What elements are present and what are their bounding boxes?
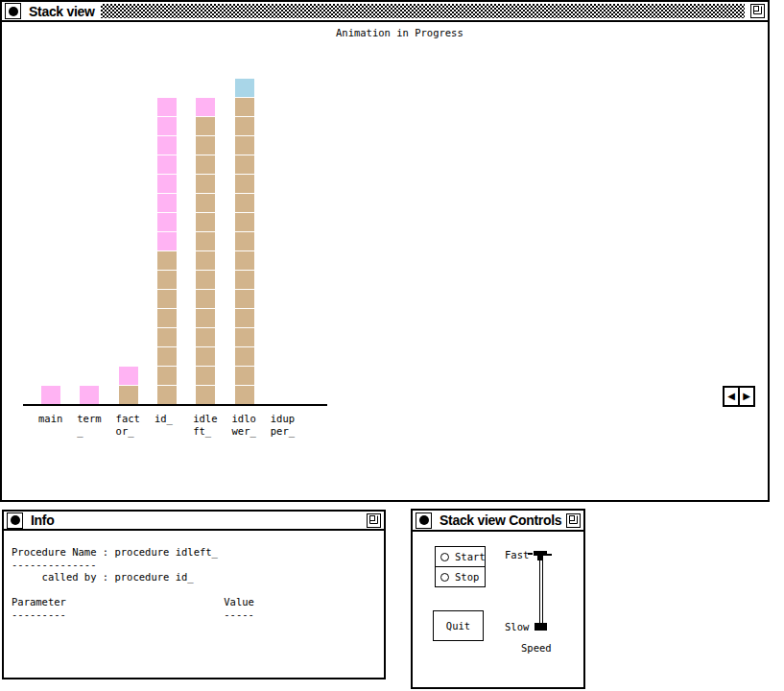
fast-label: Fast xyxy=(505,549,529,560)
stack-block-id_-10 xyxy=(157,194,177,212)
stack-block-idlower_-9 xyxy=(235,213,254,231)
stack-block-factor_-1 xyxy=(119,367,138,385)
window-menu-button[interactable] xyxy=(416,512,432,529)
stack-block-idlower_-2 xyxy=(235,347,254,366)
stack-block-idleft_-5 xyxy=(196,290,215,308)
stack-block-factor_-0 xyxy=(119,386,138,404)
window-menu-button[interactable] xyxy=(5,3,21,19)
window-title: Stack view Controls xyxy=(440,512,561,528)
stack-block-idlower_-14 xyxy=(235,117,254,135)
stack-block-idlower_-11 xyxy=(235,175,254,193)
window-title: Info xyxy=(31,512,54,528)
speed-slider-end-stop xyxy=(535,623,547,631)
speed-slider-handle-stem xyxy=(537,556,543,560)
stack-view-titlebar[interactable]: Stack view xyxy=(2,2,768,22)
stack-block-id_-4 xyxy=(157,309,177,327)
speed-slider-label: Speed xyxy=(521,642,552,654)
controls-panel: Start Stop Quit Fast Slow Speed xyxy=(413,532,583,687)
stack-chart-area: Animation in Progress mainterm _fact or_… xyxy=(2,22,768,481)
stack-block-idleft_-10 xyxy=(196,194,215,212)
start-stop-group: Start Stop xyxy=(435,546,486,587)
window-menu-button[interactable] xyxy=(7,512,23,529)
window-pages-icon[interactable] xyxy=(566,513,581,528)
stack-block-idlower_-13 xyxy=(235,136,254,155)
stack-block-idleft_-14 xyxy=(196,117,215,135)
chart-baseline xyxy=(23,404,327,406)
window-title: Stack view xyxy=(29,4,95,19)
stack-label-idupper_: idup per_ xyxy=(271,413,295,438)
info-titlebar[interactable]: Info xyxy=(4,512,384,531)
stack-block-id_-5 xyxy=(157,290,177,308)
stack-label-idleft_: idle ft_ xyxy=(193,413,217,438)
slider-fast-tick xyxy=(528,553,533,555)
stack-block-idlower_-3 xyxy=(235,328,254,346)
stack-block-id_-13 xyxy=(157,136,177,155)
stack-block-id_-2 xyxy=(157,347,177,366)
stack-label-term_: term _ xyxy=(77,413,101,438)
stack-block-idlower_-16 xyxy=(235,79,254,97)
start-radio-icon xyxy=(440,553,449,561)
stack-block-idleft_-11 xyxy=(196,175,215,193)
stop-button[interactable]: Stop xyxy=(436,566,485,586)
animation-status-text: Animation in Progress xyxy=(336,27,463,38)
procedure-info-text: Procedure Name : procedure idleft_ -----… xyxy=(12,546,254,621)
stack-block-idlower_-4 xyxy=(235,309,254,327)
stack-block-idlower_-15 xyxy=(235,98,254,116)
slider-fast-tick-right xyxy=(547,554,552,556)
stack-view-controls-window: Stack view Controls Start Stop Quit Fast… xyxy=(411,509,585,689)
stack-block-idlower_-5 xyxy=(235,290,254,308)
menu-dot-icon xyxy=(419,515,429,525)
stack-block-idleft_-9 xyxy=(196,213,215,231)
stack-block-idleft_-8 xyxy=(196,232,215,250)
stop-label: Stop xyxy=(455,571,479,583)
stack-block-id_-7 xyxy=(157,251,177,270)
start-label: Start xyxy=(455,551,486,562)
window-pages-icon[interactable] xyxy=(367,513,381,528)
stack-block-idleft_-3 xyxy=(196,328,215,346)
menu-dot-icon xyxy=(9,7,18,16)
stack-block-main-0 xyxy=(41,386,60,404)
stack-label-id_: id_ xyxy=(154,413,173,425)
window-pages-icon[interactable] xyxy=(750,4,765,18)
menu-dot-icon xyxy=(11,515,20,525)
stack-block-idleft_-2 xyxy=(196,347,215,366)
titlebar-drag-stripe xyxy=(101,4,745,18)
speed-slider-track[interactable] xyxy=(539,557,543,624)
stack-block-idleft_-4 xyxy=(196,309,215,327)
step-forward-button[interactable]: ▶ xyxy=(738,386,755,407)
stack-block-id_-12 xyxy=(157,155,177,174)
slow-label: Slow xyxy=(505,621,529,632)
stack-block-idlower_-1 xyxy=(235,367,254,385)
stack-block-idlower_-6 xyxy=(235,271,254,289)
stack-block-idlower_-0 xyxy=(235,386,254,404)
left-arrow-icon: ◀ xyxy=(727,392,735,401)
stack-label-idlower_: idlo wer_ xyxy=(232,413,256,438)
stack-block-id_-0 xyxy=(157,386,177,404)
stack-block-id_-3 xyxy=(157,328,177,346)
right-arrow-icon: ▶ xyxy=(743,392,750,401)
stack-block-id_-15 xyxy=(157,98,177,116)
stack-block-idlower_-10 xyxy=(235,194,254,212)
stack-block-id_-8 xyxy=(157,232,177,250)
step-arrows: ◀ ▶ xyxy=(723,386,755,407)
stack-block-idleft_-7 xyxy=(196,251,215,270)
stop-radio-icon xyxy=(440,573,449,582)
start-button[interactable]: Start xyxy=(436,547,485,566)
stack-block-id_-11 xyxy=(157,175,177,193)
stack-block-id_-6 xyxy=(157,271,177,289)
stack-block-id_-1 xyxy=(157,367,177,385)
stack-label-main: main xyxy=(38,413,62,425)
stack-block-id_-14 xyxy=(157,117,177,135)
quit-label: Quit xyxy=(446,620,470,631)
info-window: Info Procedure Name : procedure idleft_ … xyxy=(2,510,386,679)
controls-titlebar[interactable]: Stack view Controls xyxy=(413,511,583,532)
stack-block-idleft_-13 xyxy=(196,136,215,155)
stack-block-idleft_-6 xyxy=(196,271,215,289)
stack-block-idleft_-0 xyxy=(196,386,215,404)
stack-block-idlower_-7 xyxy=(235,251,254,270)
stack-block-idleft_-12 xyxy=(196,155,215,174)
stack-block-id_-9 xyxy=(157,213,177,231)
stack-label-factor_: fact or_ xyxy=(116,413,140,438)
stack-block-idleft_-1 xyxy=(196,367,215,385)
quit-button[interactable]: Quit xyxy=(433,610,484,641)
